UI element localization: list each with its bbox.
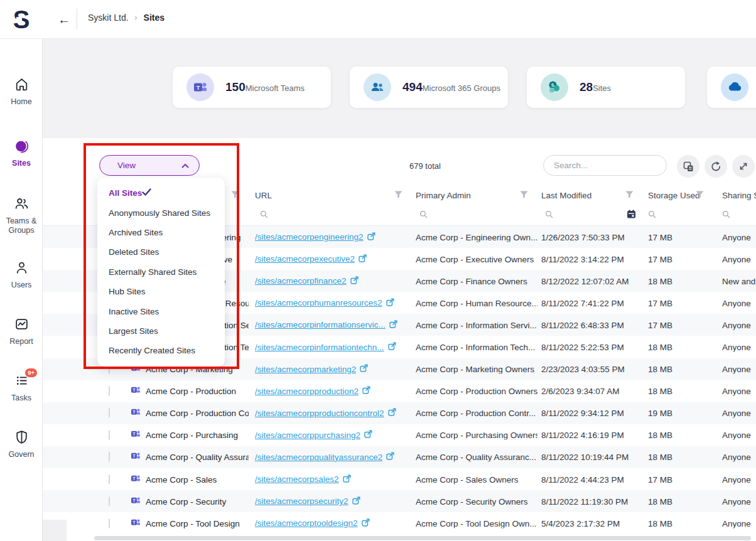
site-url-link[interactable]: /sites/acmecorpinformationservic... [255,320,386,329]
sidebar-item-teams-groups[interactable]: Teams & Groups [0,196,43,235]
external-link-icon[interactable] [386,298,394,308]
sidebar-item-report[interactable]: Report [0,316,43,346]
sidebar-item-home[interactable]: Home [0,77,43,107]
row-checkbox[interactable] [109,453,110,462]
site-url-cell: /sites/acmecorpqualityassurance2 [255,452,412,462]
external-link-icon[interactable] [352,496,360,506]
primary-admin-cell: Acme Corp - Marketing Owners [416,365,537,374]
site-name: Acme Corp - Sales [146,474,217,484]
date-picker-icon[interactable] [627,209,636,221]
url-filter-search-icon[interactable] [260,210,268,221]
external-link-icon[interactable] [367,232,375,242]
site-url-link[interactable]: /sites/acmecorphumanresources2 [255,298,382,308]
site-url-link[interactable]: /sites/acmecorpsales2 [255,474,339,484]
last-modified-cell: 8/11/2022 5:22:53 PM [541,343,644,352]
admin-filter-search-icon[interactable] [419,210,428,221]
external-link-icon[interactable] [359,254,367,264]
site-url-link[interactable]: /sites/acmecorpqualityassurance2 [255,453,382,462]
copy-columns-button[interactable] [677,155,699,178]
external-link-icon[interactable] [360,364,368,374]
main-content: T150Microsoft Teams494Microsoft 365 Grou… [43,39,756,541]
sidebar-item-sites[interactable]: Sites [0,138,43,168]
stat-card-microsoft-365-groups: 494Microsoft 365 Groups [350,67,508,108]
modified-filter-search-icon[interactable] [545,210,553,221]
column-header-storage-used[interactable]: Storage Used [648,191,700,200]
view-option-externally-shared-sites[interactable]: Externally Shared Sites [97,262,225,282]
row-checkbox[interactable] [109,474,110,484]
refresh-button[interactable] [705,155,727,178]
row-checkbox-cell [109,409,127,418]
site-url-link[interactable]: /sites/acmecorpsecurity2 [255,496,348,506]
sidebar-item-label: Teams & Groups [0,217,43,235]
site-url-link[interactable]: /sites/acmecorpexecutive2 [255,254,355,264]
filter-funnel-icon[interactable] [696,190,704,201]
external-link-icon[interactable] [343,474,351,485]
row-checkbox[interactable] [109,518,110,528]
breadcrumb-org[interactable]: Syskit Ltd. [88,13,129,23]
filter-funnel-icon[interactable] [625,190,634,201]
site-url-link[interactable]: /sites/acmecorpproductioncontrol2 [255,409,384,418]
site-url-link[interactable]: /sites/acmecorpproduction2 [255,387,359,396]
stat-value: 28 [580,80,593,94]
external-link-icon[interactable] [350,276,359,286]
last-modified-cell: 1/26/2023 7:50:33 PM [541,232,644,242]
sidebar: HomeSitesTeams & GroupsUsersReport9+Task… [0,39,43,541]
external-link-icon[interactable] [362,386,370,396]
filter-funnel-icon[interactable] [394,190,402,201]
tasks-icon: 9+ [13,373,30,389]
view-option-largest-sites[interactable]: Largest Sites [97,321,225,341]
site-url-link[interactable]: /sites/acmecorpengineering2 [255,232,364,242]
sidebar-item-label: Report [0,337,43,346]
external-link-icon[interactable] [389,320,397,330]
sharing-cell: New and [722,276,756,286]
column-header-last-modified[interactable]: Last Modified [541,191,591,200]
column-header-sharing-s[interactable]: Sharing S [722,191,756,200]
search-input[interactable] [554,161,665,170]
storage-used-cell: 17 MB [648,232,716,242]
back-arrow-icon[interactable]: ← [55,11,73,28]
view-dropdown-button[interactable]: View [99,155,200,176]
site-url-link[interactable]: /sites/acmecorpinformationtechn... [255,343,384,352]
primary-admin-cell: Acme Corp - Executive Owners [416,254,537,264]
filter-funnel-icon[interactable] [520,190,528,201]
view-option-anonymously-shared-sites[interactable]: Anonymously Shared Sites [97,203,225,222]
site-url-link[interactable]: /sites/acmecorptooldesign2 [255,518,358,528]
site-url-cell: /sites/acmecorpengineering2 [255,232,412,242]
site-url-link[interactable]: /sites/acmecorppurchasing2 [255,431,360,440]
expand-icon [738,161,748,171]
view-option-hub-sites[interactable]: Hub Sites [97,282,225,301]
sidebar-item-users[interactable]: Users [0,260,43,290]
sharing-cell: Anyone [722,320,756,329]
sharing-filter-search-icon[interactable] [722,210,730,221]
view-option-all-sites[interactable]: All Sites [97,183,225,203]
view-option-deleted-sites[interactable]: Deleted Sites [97,242,225,262]
site-url-cell: /sites/acmecorpinformationservic... [255,320,412,330]
column-header-primary-admin[interactable]: Primary Admin [416,191,471,200]
site-url-link[interactable]: /sites/acmecorpfinance2 [255,276,347,286]
row-checkbox[interactable] [109,409,110,418]
external-link-icon[interactable] [388,408,396,418]
table-row: TAcme Corp - Production Control/sites/ac… [43,402,756,424]
external-link-icon[interactable] [386,452,394,462]
external-link-icon[interactable] [362,518,370,528]
row-checkbox[interactable] [109,496,110,506]
filter-funnel-icon[interactable] [231,190,239,201]
column-header-url[interactable]: URL [255,191,272,200]
view-option-inactive-sites[interactable]: Inactive Sites [97,301,225,321]
stat-value: 494 [402,80,423,94]
row-checkbox[interactable] [109,387,110,396]
view-option-recently-created-sites[interactable]: Recently Created Sites [97,341,225,360]
storage-filter-search-icon[interactable] [648,210,656,221]
storage-used-cell: 17 MB [648,320,716,329]
horizontal-scrollbar[interactable] [94,536,751,540]
external-link-icon[interactable] [364,430,372,440]
sidebar-item-tasks[interactable]: 9+Tasks [0,373,43,403]
external-link-icon[interactable] [388,342,396,352]
view-option-archived-sites[interactable]: Archived Sites [97,223,225,242]
expand-button[interactable] [732,155,755,178]
sidebar-item-govern[interactable]: Govern [0,429,43,459]
row-checkbox[interactable] [109,431,110,440]
last-modified-cell: 8/11/2022 4:16:19 PM [541,431,644,440]
site-name-cell: TAcme Corp - Production [131,385,249,397]
site-url-link[interactable]: /sites/acmecorpmarketing2 [255,365,356,374]
